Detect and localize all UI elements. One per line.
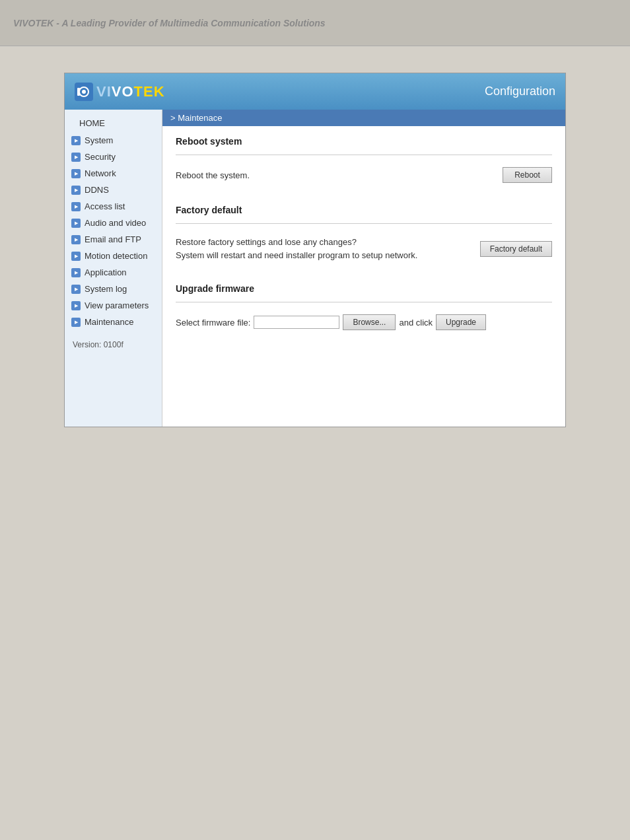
arrow-icon-network (71, 169, 81, 178)
sidebar-item-home[interactable]: HOME (65, 113, 162, 132)
sidebar-item-security[interactable]: Security (65, 149, 162, 165)
arrow-icon-ddns (71, 186, 81, 195)
content-body: Reboot system Reboot the system. Reboot … (162, 126, 565, 357)
arrow-icon-maintenance (71, 318, 81, 327)
sidebar-label-audio-video: Audio and video (85, 218, 146, 228)
firmware-title: Upgrade firmware (176, 283, 552, 294)
sidebar-item-maintenance[interactable]: Maintenance (65, 314, 162, 330)
factory-title: Factory default (176, 205, 552, 215)
top-bar: VIVOTEK - A Leading Provider of Multimed… (0, 0, 630, 46)
reboot-button[interactable]: Reboot (503, 167, 552, 183)
sidebar-label-access-list: Access list (85, 201, 125, 211)
sidebar-item-view-parameters[interactable]: View parameters (65, 297, 162, 314)
sidebar-item-motion-detection[interactable]: Motion detection (65, 248, 162, 264)
sidebar-label-view-parameters: View parameters (85, 300, 149, 310)
browser-window: VIVOTEK Configuration HOME System Securi… (64, 73, 566, 427)
sidebar-item-network[interactable]: Network (65, 165, 162, 182)
content-area: > Maintenace Reboot system Reboot the sy… (162, 110, 565, 427)
firmware-file-input[interactable] (254, 316, 339, 329)
page-wrapper: VIVOTEK Configuration HOME System Securi… (0, 46, 630, 454)
sidebar-label-maintenance: Maintenance (85, 317, 133, 327)
sidebar-label-application: Application (85, 267, 127, 277)
arrow-icon-access-list (71, 202, 81, 211)
reboot-row: Reboot the system. Reboot (176, 162, 552, 188)
arrow-icon-motion-detection (71, 252, 81, 261)
top-bar-title: VIVOTEK - A Leading Provider of Multimed… (13, 18, 326, 28)
sidebar-item-ddns[interactable]: DDNS (65, 182, 162, 198)
config-title: Configuration (485, 85, 555, 98)
and-click-label: and click (399, 318, 433, 328)
reboot-title: Reboot system (176, 136, 552, 147)
upgrade-button[interactable]: Upgrade (436, 314, 486, 330)
arrow-icon-email-ftp (71, 235, 81, 244)
sidebar-item-access-list[interactable]: Access list (65, 198, 162, 215)
sidebar-label-security: Security (85, 152, 116, 162)
browse-button[interactable]: Browse... (343, 314, 396, 330)
svg-rect-3 (77, 88, 80, 96)
breadcrumb: > Maintenace (162, 110, 565, 126)
divider-factory (176, 223, 552, 224)
divider-reboot (176, 155, 552, 155)
factory-row: Restore factory settings and lose any ch… (176, 230, 552, 267)
sidebar-item-system[interactable]: System (65, 132, 162, 149)
main-layout: HOME System Security Network DDNS (65, 110, 565, 427)
sidebar-item-application[interactable]: Application (65, 264, 162, 281)
divider-firmware (176, 302, 552, 302)
reboot-section: Reboot system Reboot the system. Reboot (176, 136, 552, 188)
firmware-section: Upgrade firmware Select firmware file: B… (176, 283, 552, 330)
version-text: Version: 0100f (65, 330, 162, 355)
sidebar-item-system-log[interactable]: System log (65, 281, 162, 297)
config-header: VIVOTEK Configuration (65, 73, 565, 110)
vivotek-logo-icon (75, 83, 93, 101)
factory-section: Factory default Restore factory settings… (176, 205, 552, 267)
factory-description: Restore factory settings and lose any ch… (176, 236, 480, 262)
sidebar-label-email-ftp: Email and FTP (85, 234, 141, 244)
firmware-select-label: Select firmware file: (176, 318, 250, 328)
sidebar-item-audio-video[interactable]: Audio and video (65, 215, 162, 231)
sidebar-label-motion-detection: Motion detection (85, 251, 147, 261)
arrow-icon-application (71, 268, 81, 277)
sidebar-label-system: System (85, 135, 113, 145)
arrow-icon-security (71, 153, 81, 162)
sidebar-label-system-log: System log (85, 284, 127, 294)
logo-text: VIVOTEK (96, 83, 165, 100)
sidebar-label-ddns: DDNS (85, 185, 109, 195)
factory-default-button[interactable]: Factory default (480, 241, 552, 257)
sidebar-item-email-ftp[interactable]: Email and FTP (65, 231, 162, 248)
reboot-description: Reboot the system. (176, 170, 503, 180)
arrow-icon-system (71, 136, 81, 145)
firmware-row: Select firmware file: Browse... and clic… (176, 309, 552, 330)
arrow-icon-system-log (71, 285, 81, 294)
logo-area: VIVOTEK (75, 83, 165, 101)
sidebar: HOME System Security Network DDNS (65, 110, 162, 427)
arrow-icon-view-parameters (71, 301, 81, 310)
arrow-icon-audio-video (71, 219, 81, 228)
svg-point-2 (82, 90, 86, 94)
sidebar-label-network: Network (85, 168, 116, 178)
